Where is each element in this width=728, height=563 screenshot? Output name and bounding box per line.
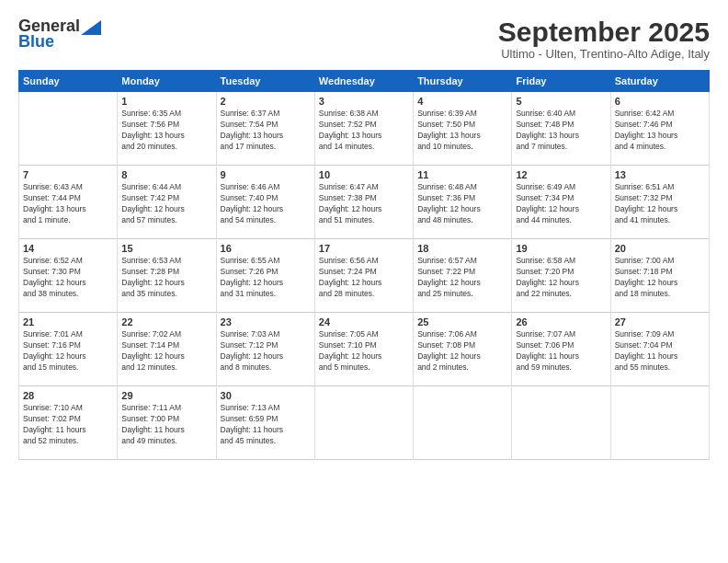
day-number: 7 <box>23 169 113 180</box>
day-number: 23 <box>221 316 311 327</box>
table-row <box>19 92 118 166</box>
logo-icon <box>81 20 101 35</box>
calendar-week-row: 28Sunrise: 7:10 AMSunset: 7:02 PMDayligh… <box>19 386 710 460</box>
calendar-week-row: 1Sunrise: 6:35 AMSunset: 7:56 PMDaylight… <box>19 92 710 166</box>
day-number: 18 <box>417 243 507 254</box>
table-row: 9Sunrise: 6:46 AMSunset: 7:40 PMDaylight… <box>216 166 314 239</box>
page: General Blue September 2025 Ultimo - Ult… <box>0 0 728 563</box>
col-monday: Monday <box>118 71 216 92</box>
table-row: 13Sunrise: 6:51 AMSunset: 7:32 PMDayligh… <box>610 166 709 239</box>
day-info: Sunrise: 7:07 AMSunset: 7:06 PMDaylight:… <box>516 329 606 373</box>
day-number: 16 <box>221 243 311 254</box>
svg-marker-0 <box>81 20 101 35</box>
col-tuesday: Tuesday <box>216 71 314 92</box>
col-sunday: Sunday <box>19 71 118 92</box>
day-info: Sunrise: 6:47 AMSunset: 7:38 PMDaylight:… <box>319 182 409 226</box>
day-number: 14 <box>23 243 113 254</box>
day-number: 13 <box>615 169 705 180</box>
day-number: 19 <box>516 243 606 254</box>
day-number: 17 <box>319 243 409 254</box>
day-info: Sunrise: 7:01 AMSunset: 7:16 PMDaylight:… <box>23 329 113 373</box>
table-row: 22Sunrise: 7:02 AMSunset: 7:14 PMDayligh… <box>118 313 216 386</box>
table-row <box>512 386 610 460</box>
table-row: 26Sunrise: 7:07 AMSunset: 7:06 PMDayligh… <box>512 313 610 386</box>
table-row: 16Sunrise: 6:55 AMSunset: 7:26 PMDayligh… <box>216 239 314 313</box>
day-info: Sunrise: 6:53 AMSunset: 7:28 PMDaylight:… <box>121 256 211 300</box>
day-info: Sunrise: 7:06 AMSunset: 7:08 PMDaylight:… <box>417 329 507 373</box>
day-info: Sunrise: 6:39 AMSunset: 7:50 PMDaylight:… <box>417 109 507 153</box>
table-row <box>610 386 709 460</box>
table-row: 30Sunrise: 7:13 AMSunset: 6:59 PMDayligh… <box>216 386 314 460</box>
day-number: 15 <box>121 243 211 254</box>
table-row: 2Sunrise: 6:37 AMSunset: 7:54 PMDaylight… <box>216 92 314 166</box>
day-number: 22 <box>121 316 211 327</box>
day-info: Sunrise: 6:38 AMSunset: 7:52 PMDaylight:… <box>319 109 409 153</box>
day-info: Sunrise: 6:46 AMSunset: 7:40 PMDaylight:… <box>221 182 311 226</box>
table-row: 27Sunrise: 7:09 AMSunset: 7:04 PMDayligh… <box>610 313 709 386</box>
calendar-week-row: 14Sunrise: 6:52 AMSunset: 7:30 PMDayligh… <box>19 239 710 313</box>
day-info: Sunrise: 7:03 AMSunset: 7:12 PMDaylight:… <box>221 329 311 373</box>
col-friday: Friday <box>512 71 610 92</box>
day-info: Sunrise: 7:00 AMSunset: 7:18 PMDaylight:… <box>615 256 705 300</box>
table-row: 17Sunrise: 6:56 AMSunset: 7:24 PMDayligh… <box>314 239 413 313</box>
day-number: 28 <box>23 390 113 401</box>
header: General Blue September 2025 Ultimo - Ult… <box>18 17 710 61</box>
table-row: 7Sunrise: 6:43 AMSunset: 7:44 PMDaylight… <box>19 166 118 239</box>
day-number: 24 <box>319 316 409 327</box>
day-info: Sunrise: 6:49 AMSunset: 7:34 PMDaylight:… <box>516 182 606 226</box>
day-number: 10 <box>319 169 409 180</box>
day-number: 11 <box>417 169 507 180</box>
calendar-header-row: Sunday Monday Tuesday Wednesday Thursday… <box>19 71 710 92</box>
day-number: 4 <box>417 96 507 107</box>
day-info: Sunrise: 6:42 AMSunset: 7:46 PMDaylight:… <box>615 109 705 153</box>
day-number: 12 <box>516 169 606 180</box>
day-number: 9 <box>221 169 311 180</box>
title-block: September 2025 Ultimo - Ulten, Trentino-… <box>498 17 710 61</box>
col-saturday: Saturday <box>610 71 709 92</box>
table-row: 1Sunrise: 6:35 AMSunset: 7:56 PMDaylight… <box>118 92 216 166</box>
table-row: 25Sunrise: 7:06 AMSunset: 7:08 PMDayligh… <box>414 313 512 386</box>
col-wednesday: Wednesday <box>314 71 413 92</box>
calendar-title: September 2025 <box>498 17 710 47</box>
table-row: 5Sunrise: 6:40 AMSunset: 7:48 PMDaylight… <box>512 92 610 166</box>
table-row: 6Sunrise: 6:42 AMSunset: 7:46 PMDaylight… <box>610 92 709 166</box>
day-info: Sunrise: 6:35 AMSunset: 7:56 PMDaylight:… <box>121 109 211 153</box>
table-row: 11Sunrise: 6:48 AMSunset: 7:36 PMDayligh… <box>414 166 512 239</box>
day-number: 1 <box>121 96 211 107</box>
table-row <box>314 386 413 460</box>
day-number: 6 <box>615 96 705 107</box>
day-info: Sunrise: 6:44 AMSunset: 7:42 PMDaylight:… <box>121 182 211 226</box>
table-row: 21Sunrise: 7:01 AMSunset: 7:16 PMDayligh… <box>19 313 118 386</box>
table-row: 18Sunrise: 6:57 AMSunset: 7:22 PMDayligh… <box>414 239 512 313</box>
table-row: 3Sunrise: 6:38 AMSunset: 7:52 PMDaylight… <box>314 92 413 166</box>
table-row: 20Sunrise: 7:00 AMSunset: 7:18 PMDayligh… <box>610 239 709 313</box>
day-info: Sunrise: 6:57 AMSunset: 7:22 PMDaylight:… <box>417 256 507 300</box>
table-row: 19Sunrise: 6:58 AMSunset: 7:20 PMDayligh… <box>512 239 610 313</box>
table-row: 10Sunrise: 6:47 AMSunset: 7:38 PMDayligh… <box>314 166 413 239</box>
calendar-week-row: 7Sunrise: 6:43 AMSunset: 7:44 PMDaylight… <box>19 166 710 239</box>
table-row: 29Sunrise: 7:11 AMSunset: 7:00 PMDayligh… <box>118 386 216 460</box>
calendar-table: Sunday Monday Tuesday Wednesday Thursday… <box>18 70 710 460</box>
logo: General Blue <box>18 17 101 52</box>
table-row: 24Sunrise: 7:05 AMSunset: 7:10 PMDayligh… <box>314 313 413 386</box>
calendar-subtitle: Ultimo - Ulten, Trentino-Alto Adige, Ita… <box>498 47 710 61</box>
table-row <box>414 386 512 460</box>
day-number: 21 <box>23 316 113 327</box>
day-info: Sunrise: 7:02 AMSunset: 7:14 PMDaylight:… <box>121 329 211 373</box>
day-info: Sunrise: 6:58 AMSunset: 7:20 PMDaylight:… <box>516 256 606 300</box>
day-info: Sunrise: 6:43 AMSunset: 7:44 PMDaylight:… <box>23 182 113 226</box>
day-info: Sunrise: 6:37 AMSunset: 7:54 PMDaylight:… <box>221 109 311 153</box>
table-row: 28Sunrise: 7:10 AMSunset: 7:02 PMDayligh… <box>19 386 118 460</box>
day-number: 25 <box>417 316 507 327</box>
day-number: 30 <box>221 390 311 401</box>
table-row: 15Sunrise: 6:53 AMSunset: 7:28 PMDayligh… <box>118 239 216 313</box>
day-info: Sunrise: 6:48 AMSunset: 7:36 PMDaylight:… <box>417 182 507 226</box>
day-number: 5 <box>516 96 606 107</box>
day-info: Sunrise: 6:52 AMSunset: 7:30 PMDaylight:… <box>23 256 113 300</box>
day-info: Sunrise: 6:40 AMSunset: 7:48 PMDaylight:… <box>516 109 606 153</box>
calendar-week-row: 21Sunrise: 7:01 AMSunset: 7:16 PMDayligh… <box>19 313 710 386</box>
day-number: 27 <box>615 316 705 327</box>
day-info: Sunrise: 7:10 AMSunset: 7:02 PMDaylight:… <box>23 403 113 447</box>
day-number: 3 <box>319 96 409 107</box>
day-number: 26 <box>516 316 606 327</box>
